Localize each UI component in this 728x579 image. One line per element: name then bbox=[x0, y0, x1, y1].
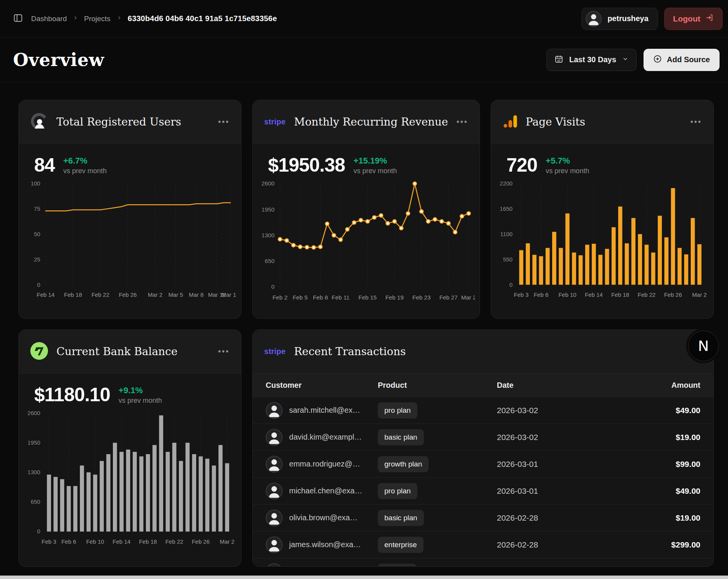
customer-email: david.kim@exampl… bbox=[289, 433, 362, 442]
svg-text:Feb 18: Feb 18 bbox=[64, 291, 82, 298]
stripe-logo: stripe bbox=[264, 347, 286, 356]
transaction-amount: $299.00 bbox=[627, 540, 700, 549]
svg-text:1100: 1100 bbox=[500, 231, 513, 237]
customer-email: sarah.mitchell@ex… bbox=[289, 406, 360, 415]
logout-button[interactable]: Logout bbox=[664, 8, 723, 30]
svg-text:17: 17 bbox=[558, 58, 561, 62]
column-header-customer: Customer bbox=[266, 381, 378, 390]
chevron-right-icon bbox=[73, 15, 78, 22]
breadcrumb-projects-link[interactable]: Projects bbox=[84, 15, 111, 23]
svg-text:Mar 2: Mar 2 bbox=[692, 291, 706, 298]
svg-text:Feb 15: Feb 15 bbox=[359, 294, 377, 301]
add-source-button[interactable]: Add Source bbox=[644, 49, 720, 71]
horizontal-scrollbar[interactable] bbox=[0, 576, 728, 579]
transaction-date: 2026-02-28 bbox=[497, 540, 627, 549]
customer-email: michael.chen@exa… bbox=[289, 486, 362, 495]
svg-text:Feb 3: Feb 3 bbox=[41, 538, 56, 545]
svg-text:75: 75 bbox=[34, 205, 40, 212]
card-menu-button[interactable]: ••• bbox=[218, 117, 230, 126]
mrr-chart: Feb 2Feb 5Feb 8Feb 11Feb 15Feb 19Feb 23F… bbox=[256, 178, 475, 303]
card-menu-button[interactable]: ••• bbox=[218, 347, 230, 356]
svg-text:Feb 27: Feb 27 bbox=[439, 294, 458, 301]
svg-text:Feb 8: Feb 8 bbox=[313, 294, 328, 301]
bank-balance-chart: Feb 3Feb 6Feb 10Feb 14Feb 18Feb 22Feb 26… bbox=[22, 408, 237, 548]
card-title: Recent Transactions bbox=[294, 345, 682, 358]
card-header: Current Bank Balance ••• bbox=[19, 330, 241, 374]
table-row: david.kim@exampl…basic plan2026-03-02$19… bbox=[253, 423, 713, 450]
svg-text:50: 50 bbox=[34, 231, 40, 237]
dashboard-grid: Total Registered Users ••• 84 +6.7% vs p… bbox=[0, 82, 728, 567]
breadcrumb-dashboard-link[interactable]: Dashboard bbox=[31, 15, 67, 23]
card-title: Page Visits bbox=[526, 116, 682, 128]
stat-delta: +5.7% bbox=[546, 156, 589, 166]
stat-caption: vs prev month bbox=[119, 397, 162, 405]
svg-text:Feb 14: Feb 14 bbox=[113, 538, 131, 545]
column-header-date: Date bbox=[497, 381, 627, 390]
customer-avatar bbox=[266, 510, 283, 526]
customer-email: james.wilson@exa… bbox=[289, 540, 361, 549]
table-row: michael.chen@exa…pro plan2026-03-01$49.0… bbox=[253, 477, 713, 504]
user-menu-button[interactable]: petrusheya bbox=[581, 8, 658, 30]
card-menu-button[interactable]: ••• bbox=[690, 117, 702, 126]
transaction-date: 2026-03-01 bbox=[497, 460, 627, 469]
svg-text:Feb 18: Feb 18 bbox=[611, 291, 629, 298]
svg-text:Mar 8: Mar 8 bbox=[189, 291, 204, 298]
user-avatar bbox=[586, 11, 602, 27]
stat-value: $1950.38 bbox=[268, 156, 345, 175]
svg-text:Feb 18: Feb 18 bbox=[139, 538, 157, 545]
column-header-product: Product bbox=[378, 381, 497, 390]
card-stats: 84 +6.7% vs prev month bbox=[19, 144, 241, 175]
topbar-right: petrusheya Logout bbox=[581, 8, 723, 30]
card-stats: 720 +5.7% vs prev month bbox=[491, 144, 713, 175]
svg-text:1950: 1950 bbox=[28, 439, 40, 446]
svg-text:Mar 2: Mar 2 bbox=[220, 538, 234, 545]
svg-text:Mar 2: Mar 2 bbox=[148, 291, 162, 298]
svg-text:Feb 23: Feb 23 bbox=[412, 294, 431, 301]
product-badge: enterprise bbox=[378, 537, 424, 553]
svg-text:0: 0 bbox=[271, 283, 275, 290]
nextjs-badge[interactable]: N bbox=[688, 331, 719, 361]
customer-avatar bbox=[266, 402, 283, 419]
svg-text:Feb 5: Feb 5 bbox=[293, 294, 308, 301]
stat-value: $1180.10 bbox=[34, 385, 110, 404]
svg-text:1650: 1650 bbox=[500, 205, 513, 212]
svg-text:0: 0 bbox=[510, 281, 513, 288]
stat-delta: +15.19% bbox=[354, 156, 397, 166]
table-header-row: Customer Product Date Amount bbox=[253, 374, 713, 397]
svg-text:Feb 22: Feb 22 bbox=[165, 538, 184, 545]
product-badge bbox=[378, 564, 416, 567]
transaction-amount: $19.00 bbox=[627, 513, 700, 523]
product-badge: basic plan bbox=[378, 510, 424, 526]
svg-text:Feb 6: Feb 6 bbox=[534, 291, 548, 298]
card-header: stripe Recent Transactions ••• bbox=[253, 330, 713, 374]
customer-avatar bbox=[266, 429, 283, 446]
svg-text:Feb 6: Feb 6 bbox=[61, 538, 76, 545]
chevron-right-icon bbox=[116, 15, 122, 22]
card-menu-button[interactable]: ••• bbox=[457, 117, 468, 126]
svg-text:1300: 1300 bbox=[28, 469, 40, 475]
date-range-dropdown[interactable]: 17 Last 30 Days bbox=[546, 49, 636, 71]
transactions-table-body: sarah.mitchell@ex…pro plan2026-03-02$49.… bbox=[253, 397, 713, 567]
svg-text:1300: 1300 bbox=[261, 232, 275, 238]
sidebar-panel-icon bbox=[13, 13, 23, 24]
plus-circle-icon bbox=[653, 55, 662, 65]
sidebar-toggle-button[interactable] bbox=[11, 13, 25, 25]
transaction-amount: $49.00 bbox=[627, 406, 700, 415]
transaction-amount: $19.00 bbox=[627, 433, 700, 442]
header-controls: 17 Last 30 Days Add Source bbox=[546, 49, 720, 71]
stat-caption: vs prev month bbox=[546, 167, 589, 175]
customer-avatar bbox=[266, 483, 283, 500]
table-row-partial bbox=[253, 558, 713, 567]
card-title: Current Bank Balance bbox=[56, 345, 210, 358]
users-chart: Feb 14Feb 18Feb 22Feb 26Mar 2Mar 5Mar 8M… bbox=[22, 178, 237, 301]
svg-text:Feb 22: Feb 22 bbox=[91, 291, 109, 298]
page-visits-chart: Feb 3Feb 6Feb 10Feb 14Feb 18Feb 22Feb 26… bbox=[494, 178, 709, 301]
svg-text:Feb 14: Feb 14 bbox=[37, 291, 55, 298]
topbar: Dashboard Projects 6330b4d6 04b6 40c1 91… bbox=[0, 0, 728, 38]
card-current-bank-balance: Current Bank Balance ••• $1180.10 +9.1% … bbox=[18, 329, 242, 567]
stat-caption: vs prev month bbox=[63, 167, 107, 175]
chevron-down-icon bbox=[622, 55, 629, 64]
card-total-registered-users: Total Registered Users ••• 84 +6.7% vs p… bbox=[18, 100, 242, 319]
svg-text:Feb 22: Feb 22 bbox=[638, 291, 656, 298]
card-recent-transactions: stripe Recent Transactions ••• N Custome… bbox=[252, 329, 714, 567]
